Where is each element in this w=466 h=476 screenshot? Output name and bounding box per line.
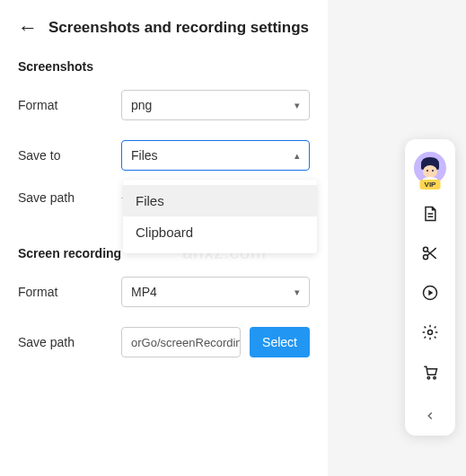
recording-save-path-input[interactable]: orGo/screenRecording <box>121 327 241 357</box>
recording-format-label: Format <box>18 285 112 299</box>
chevron-down-icon: ▾ <box>295 100 300 111</box>
save-to-label: Save to <box>18 148 112 163</box>
dropdown-option-files[interactable]: Files <box>123 185 317 216</box>
recording-save-path-value: orGo/screenRecording <box>131 336 241 349</box>
screenshots-section-title: Screenshots <box>18 59 310 74</box>
recording-save-path-row: Save path orGo/screenRecording Select <box>18 327 310 357</box>
document-icon[interactable] <box>420 204 440 224</box>
save-to-row: Save to Files ▴ <box>18 140 310 171</box>
play-circle-icon[interactable] <box>420 283 440 303</box>
back-arrow-icon[interactable]: ← <box>18 16 38 40</box>
svg-point-4 <box>423 165 437 178</box>
save-to-dropdown: Files Clipboard <box>123 180 317 253</box>
vip-badge: VIP <box>420 180 441 190</box>
gear-icon[interactable] <box>420 322 440 342</box>
recording-format-select[interactable]: MP4 ▾ <box>121 277 310 307</box>
dropdown-option-clipboard[interactable]: Clipboard <box>123 216 317 248</box>
screenshot-format-select[interactable]: png ▾ <box>121 90 310 120</box>
save-path-label: Save path <box>18 190 112 205</box>
settings-panel: ← Screenshots and recording settings Scr… <box>0 0 328 476</box>
scissors-icon[interactable] <box>420 243 440 263</box>
svg-point-8 <box>424 255 428 260</box>
cart-icon[interactable] <box>420 362 440 382</box>
recording-save-path-label: Save path <box>18 335 112 349</box>
svg-point-10 <box>428 331 433 335</box>
page-title: Screenshots and recording settings <box>48 19 309 37</box>
save-to-select[interactable]: Files ▴ <box>121 140 310 171</box>
select-path-button[interactable]: Select <box>250 327 310 357</box>
recording-format-row: Format MP4 ▾ <box>18 277 310 307</box>
screenshot-format-value: png <box>131 98 152 112</box>
svg-point-5 <box>426 170 428 172</box>
format-label: Format <box>18 98 112 112</box>
save-to-value: Files <box>131 148 158 163</box>
recording-format-value: MP4 <box>131 285 157 299</box>
svg-point-12 <box>434 376 436 379</box>
svg-point-6 <box>432 170 434 172</box>
header: ← Screenshots and recording settings <box>18 16 310 40</box>
avatar-wrap[interactable]: VIP <box>414 152 446 184</box>
collapse-chevron-icon[interactable] <box>419 405 441 427</box>
chevron-down-icon: ▾ <box>295 286 300 298</box>
svg-point-11 <box>427 376 430 379</box>
svg-point-7 <box>424 247 428 251</box>
chevron-up-icon: ▴ <box>295 150 300 162</box>
right-sidebar: VIP <box>405 139 455 436</box>
screenshot-format-row: Format png ▾ <box>18 90 310 120</box>
